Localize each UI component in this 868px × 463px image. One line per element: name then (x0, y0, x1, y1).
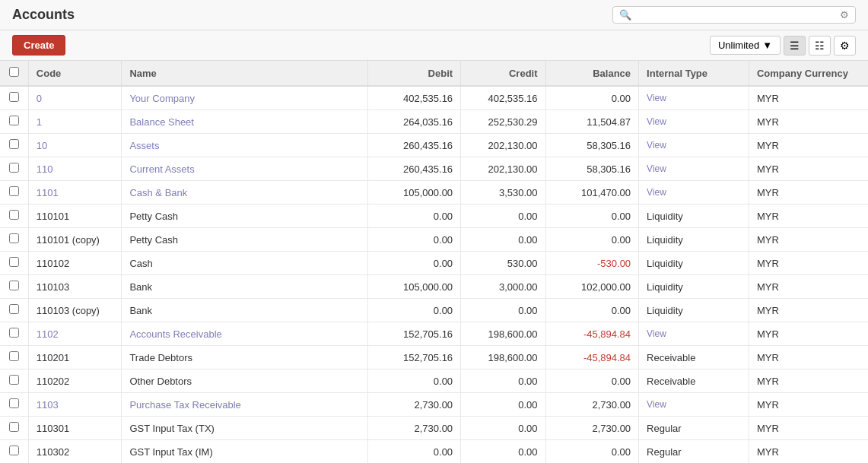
row-debit: 264,035.16 (367, 110, 461, 134)
row-internal-type[interactable]: View (639, 322, 749, 346)
row-debit: 0.00 (367, 205, 461, 228)
row-debit: 2,730.00 (367, 417, 461, 440)
row-balance: 2,730.00 (545, 393, 639, 417)
row-code[interactable]: 110 (28, 157, 122, 181)
select-all-checkbox[interactable] (9, 67, 19, 77)
row-internal-type: Receivable (639, 346, 749, 369)
row-checkbox-cell (0, 110, 28, 134)
row-currency: MYR (749, 228, 868, 252)
unlimited-dropdown[interactable]: Unlimited ▼ (710, 36, 781, 55)
row-internal-type[interactable]: View (639, 157, 749, 181)
row-internal-type[interactable]: View (639, 86, 749, 110)
row-checkbox[interactable] (9, 233, 19, 243)
row-name[interactable]: Current Assets (122, 157, 367, 181)
row-name[interactable]: Your Company (122, 86, 367, 110)
row-currency: MYR (749, 110, 868, 134)
row-balance: 0.00 (545, 228, 639, 252)
table-row: 1102Accounts Receivable152,705.16198,600… (0, 322, 868, 346)
row-code: 110202 (28, 369, 122, 393)
row-checkbox[interactable] (9, 186, 19, 196)
row-code[interactable]: 1 (28, 110, 122, 134)
row-name[interactable]: Cash & Bank (122, 181, 367, 205)
row-balance: 0.00 (545, 205, 639, 228)
row-name: Bank (122, 299, 367, 322)
header-code[interactable]: Code (28, 61, 122, 86)
row-checkbox[interactable] (9, 304, 19, 314)
row-code[interactable]: 1102 (28, 322, 122, 346)
row-checkbox[interactable] (9, 351, 19, 361)
row-currency: MYR (749, 181, 868, 205)
row-name: GST Input Tax (TX) (122, 417, 367, 440)
row-code[interactable]: 1103 (28, 393, 122, 417)
kanban-view-button[interactable]: ☷ (809, 36, 831, 55)
row-checkbox[interactable] (9, 446, 19, 455)
toolbar: Create Unlimited ▼ ☰ ☷ ⚙ (0, 30, 868, 61)
row-internal-type: Liquidity (639, 252, 749, 275)
row-name[interactable]: Balance Sheet (122, 110, 367, 134)
table-row: 10Assets260,435.16202,130.0058,305.16Vie… (0, 134, 868, 157)
accounts-table-wrapper: Code Name Debit Credit Balance Internal … (0, 61, 868, 463)
header-internal-type[interactable]: Internal Type (639, 61, 749, 86)
row-currency: MYR (749, 157, 868, 181)
header-credit[interactable]: Credit (461, 61, 545, 86)
search-input[interactable] (634, 9, 837, 21)
header-balance[interactable]: Balance (545, 61, 639, 86)
row-checkbox[interactable] (9, 92, 19, 102)
row-checkbox[interactable] (9, 163, 19, 173)
table-row: 1101Cash & Bank105,000.003,530.00101,470… (0, 181, 868, 205)
row-internal-type[interactable]: View (639, 393, 749, 417)
row-currency: MYR (749, 346, 868, 369)
row-code[interactable]: 10 (28, 134, 122, 157)
row-balance: 2,730.00 (545, 417, 639, 440)
table-row: 110102Cash0.00530.00-530.00LiquidityMYR (0, 252, 868, 275)
table-row: 110103Bank105,000.003,000.00102,000.00Li… (0, 275, 868, 299)
row-checkbox-cell (0, 346, 28, 369)
row-code: 110102 (28, 252, 122, 275)
header-company-currency[interactable]: Company Currency (749, 61, 868, 86)
row-internal-type[interactable]: View (639, 181, 749, 205)
row-code[interactable]: 1101 (28, 181, 122, 205)
row-credit: 252,530.29 (461, 110, 545, 134)
settings-icon[interactable]: ⚙ (840, 9, 849, 21)
table-body: 0Your Company402,535.16402,535.160.00Vie… (0, 86, 868, 463)
row-currency: MYR (749, 440, 868, 464)
row-checkbox[interactable] (9, 257, 19, 267)
table-row: 1103Purchase Tax Receivable2,730.000.002… (0, 393, 868, 417)
table-row: 110101 (copy)Petty Cash0.000.000.00Liqui… (0, 228, 868, 252)
header-name[interactable]: Name (122, 61, 367, 86)
search-icon: 🔍 (619, 9, 631, 21)
row-name[interactable]: Accounts Receivable (122, 322, 367, 346)
row-name[interactable]: Purchase Tax Receivable (122, 393, 367, 417)
row-name: Bank (122, 275, 367, 299)
row-checkbox[interactable] (9, 139, 19, 149)
create-button[interactable]: Create (12, 35, 65, 55)
list-view-button[interactable]: ☰ (784, 36, 806, 55)
table-row: 110201Trade Debtors152,705.16198,600.00-… (0, 346, 868, 369)
row-currency: MYR (749, 86, 868, 110)
row-internal-type[interactable]: View (639, 134, 749, 157)
row-balance: 11,504.87 (545, 110, 639, 134)
row-checkbox[interactable] (9, 422, 19, 432)
row-credit: 0.00 (461, 369, 545, 393)
row-checkbox[interactable] (9, 398, 19, 408)
header-debit[interactable]: Debit (367, 61, 461, 86)
settings-view-button[interactable]: ⚙ (834, 36, 856, 55)
row-internal-type: Receivable (639, 369, 749, 393)
row-checkbox-cell (0, 228, 28, 252)
accounts-table: Code Name Debit Credit Balance Internal … (0, 61, 868, 463)
view-controls: Unlimited ▼ ☰ ☷ ⚙ (710, 36, 856, 55)
table-row: 110202Other Debtors0.000.000.00Receivabl… (0, 369, 868, 393)
row-internal-type[interactable]: View (639, 110, 749, 134)
row-balance: 0.00 (545, 86, 639, 110)
row-debit: 152,705.16 (367, 346, 461, 369)
row-credit: 0.00 (461, 393, 545, 417)
row-checkbox[interactable] (9, 281, 19, 290)
row-debit: 260,435.16 (367, 157, 461, 181)
table-row: 110302GST Input Tax (IM)0.000.000.00Regu… (0, 440, 868, 464)
row-checkbox[interactable] (9, 116, 19, 125)
row-code[interactable]: 0 (28, 86, 122, 110)
row-checkbox[interactable] (9, 210, 19, 220)
row-checkbox[interactable] (9, 328, 19, 338)
row-name[interactable]: Assets (122, 134, 367, 157)
row-checkbox[interactable] (9, 375, 19, 385)
